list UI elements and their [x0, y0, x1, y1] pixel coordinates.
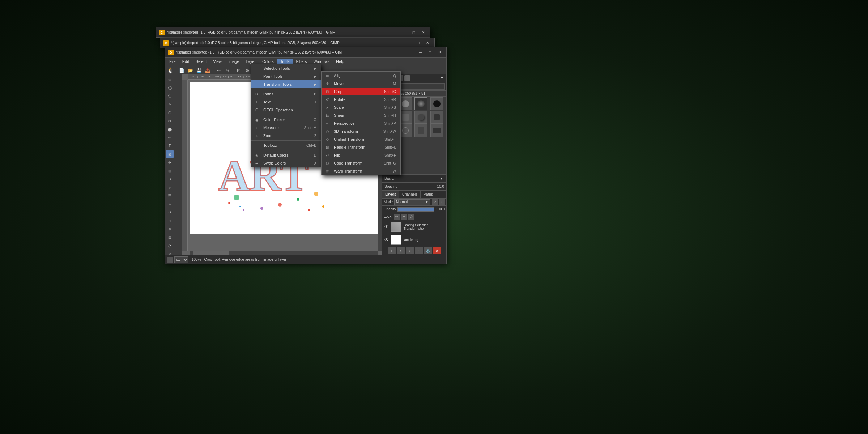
- panel-arrow[interactable]: ▼: [439, 75, 445, 81]
- menu-windows[interactable]: Windows: [310, 59, 332, 64]
- menu-toolbox[interactable]: Toolbox Ctrl+B: [251, 141, 321, 149]
- toolbar-zoom-fit[interactable]: ⊡: [235, 67, 243, 75]
- menu-zoom[interactable]: ⊕ Zoom Z: [251, 132, 321, 140]
- lock-btn-3[interactable]: ⬡: [408, 214, 414, 220]
- brush-item-11[interactable]: [414, 124, 427, 137]
- layer-anchor-btn[interactable]: ⚓: [424, 247, 432, 254]
- tool-paths[interactable]: ✏: [166, 133, 174, 141]
- menu-gegl[interactable]: G GEGL Operation...: [251, 106, 321, 114]
- menu-tools[interactable]: Tools: [277, 59, 293, 64]
- tool-clone[interactable]: ⎘: [166, 217, 174, 225]
- menu-layer[interactable]: Layer: [243, 59, 259, 64]
- tab-channels[interactable]: Channels: [399, 191, 421, 198]
- menu-filters[interactable]: Filters: [293, 59, 310, 64]
- tool-flip[interactable]: ⇄: [166, 208, 174, 216]
- menu-default-colors[interactable]: ◈ Default Colors D: [251, 151, 321, 159]
- opacity-slider[interactable]: [397, 207, 434, 212]
- layer-duplicate-btn[interactable]: ⎘: [415, 247, 423, 254]
- layer-row-2[interactable]: 👁 sample.jpg: [382, 233, 446, 246]
- tool-fuzzy-select[interactable]: ⟡: [166, 100, 174, 108]
- menu-paths[interactable]: B Paths B: [251, 90, 321, 98]
- tool-crop[interactable]: ⊠: [166, 150, 174, 158]
- minimize-btn-main[interactable]: ─: [417, 50, 425, 55]
- submenu-cage[interactable]: ⬠ Cage Transform Shift+G: [322, 159, 400, 167]
- tool-scale[interactable]: ⤢: [166, 183, 174, 191]
- tool-perspective[interactable]: ⟐: [166, 200, 174, 208]
- tool-scissors[interactable]: ✂: [166, 117, 174, 125]
- close-btn-2[interactable]: ✕: [424, 40, 431, 46]
- toolbar-open[interactable]: 📂: [186, 67, 194, 75]
- layer-new-btn[interactable]: +: [388, 247, 396, 254]
- toolbar-export[interactable]: 📤: [204, 67, 212, 75]
- tool-dodge[interactable]: ☀: [166, 250, 174, 255]
- brush-item-4[interactable]: [430, 97, 443, 110]
- maximize-btn-2[interactable]: □: [414, 40, 422, 46]
- brush-item-12[interactable]: [430, 124, 443, 137]
- toolbar-btn-1[interactable]: 🐧: [166, 67, 174, 75]
- maximize-btn-3[interactable]: □: [410, 30, 418, 35]
- submenu-perspective[interactable]: ⟐ Perspective Shift+P: [322, 119, 400, 127]
- menu-edit[interactable]: Edit: [179, 59, 192, 64]
- menu-color-picker[interactable]: ◉ Color Picker O: [251, 116, 321, 124]
- panel-icon-4[interactable]: [404, 75, 410, 81]
- menu-transform-tools[interactable]: Transform Tools ▶: [251, 80, 321, 88]
- toolbar-new[interactable]: 📄: [178, 67, 186, 75]
- window-controls-3[interactable]: ─ □ ✕: [400, 30, 427, 35]
- submenu-scale[interactable]: ⤢ Scale Shift+S: [322, 103, 400, 111]
- layer-eye-1[interactable]: 👁: [384, 224, 390, 230]
- tool-free-select[interactable]: ⬠: [166, 92, 174, 100]
- minimize-btn-3[interactable]: ─: [400, 30, 408, 35]
- layer-delete-btn[interactable]: ✕: [433, 247, 441, 254]
- tool-foreground-select[interactable]: ⬤: [166, 125, 174, 133]
- toolbar-zoom-1to1[interactable]: ⊕: [243, 67, 251, 75]
- toolbar-undo[interactable]: ↩: [215, 67, 223, 75]
- submenu-flip[interactable]: ⇄ Flip Shift+F: [322, 151, 400, 159]
- mode-icon-2[interactable]: ⬡: [439, 199, 445, 205]
- tool-by-color[interactable]: ⬡: [166, 109, 174, 116]
- tool-ellipse-select[interactable]: ◯: [166, 84, 174, 92]
- submenu-rotate[interactable]: ↺ Rotate Shift+R: [322, 95, 400, 103]
- menu-text[interactable]: T Text T: [251, 98, 321, 106]
- menu-image[interactable]: Image: [225, 59, 242, 64]
- tool-blur[interactable]: ◔: [166, 242, 174, 250]
- tool-rotate[interactable]: ↺: [166, 175, 174, 183]
- submenu-3d-transform[interactable]: ⬡ 3D Transform Shift+W: [322, 127, 400, 135]
- menu-file[interactable]: File: [166, 59, 179, 64]
- main-window-controls[interactable]: ─ □ ✕: [417, 50, 443, 55]
- lock-btn-1[interactable]: ✏: [394, 214, 400, 220]
- layer-raise-btn[interactable]: ↑: [397, 247, 405, 254]
- brush-item-7[interactable]: [414, 111, 427, 124]
- toolbar-redo[interactable]: ↪: [224, 67, 231, 75]
- submenu-move[interactable]: ✛ Move M: [322, 80, 400, 88]
- layer-row-1[interactable]: 👁 Floating Selection (Transformation): [382, 220, 446, 233]
- menu-selection-tools[interactable]: Selection Tools ▶: [251, 64, 321, 72]
- tool-align[interactable]: ⊞: [166, 167, 174, 175]
- status-icon[interactable]: ↓: [167, 257, 173, 263]
- tab-paths[interactable]: Paths: [421, 191, 436, 198]
- lock-btn-2[interactable]: +: [401, 214, 407, 220]
- tool-perspective-clone[interactable]: ⊡: [166, 233, 174, 241]
- menu-swap-colors[interactable]: ⇄ Swap Colors X: [251, 159, 321, 167]
- submenu-handle[interactable]: ⊡ Handle Transform Shift+L: [322, 143, 400, 151]
- menu-paint-tools[interactable]: Paint Tools ▶: [251, 72, 321, 80]
- close-btn-main[interactable]: ✕: [435, 50, 443, 55]
- submenu-shear[interactable]: ⬱ Shear Shift+H: [322, 111, 400, 119]
- tool-shear[interactable]: ⬱: [166, 192, 174, 200]
- menu-select[interactable]: Select: [193, 59, 210, 64]
- layer-lower-btn[interactable]: ↓: [406, 247, 414, 254]
- submenu-crop[interactable]: ⊠ Crop Shift+C: [322, 88, 400, 95]
- menu-view[interactable]: View: [210, 59, 225, 64]
- tool-rect-select[interactable]: ▭: [166, 75, 174, 83]
- toolbar-save[interactable]: 💾: [195, 67, 203, 75]
- minimize-btn-2[interactable]: ─: [405, 40, 413, 46]
- submenu-align[interactable]: ⊞ Align Q: [322, 72, 400, 80]
- close-btn-3[interactable]: ✕: [419, 30, 427, 35]
- maximize-btn-main[interactable]: □: [426, 50, 434, 55]
- mode-dropdown[interactable]: Normal ▼: [394, 199, 430, 205]
- menu-help[interactable]: Help: [333, 59, 347, 64]
- layer-eye-2[interactable]: 👁: [384, 237, 390, 243]
- unit-select[interactable]: px mm in: [174, 256, 188, 263]
- scrollbar-horizontal[interactable]: [190, 251, 378, 255]
- submenu-unified[interactable]: ⊹ Unified Transform Shift+T: [322, 135, 400, 143]
- mode-icon-1[interactable]: ⟳: [432, 199, 438, 205]
